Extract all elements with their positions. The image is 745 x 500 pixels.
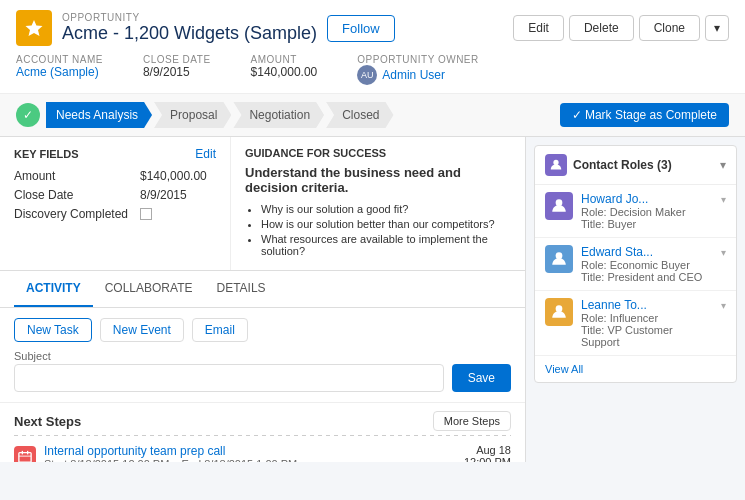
svg-rect-1 (19, 453, 31, 462)
contact-icon-1 (550, 197, 568, 215)
contact-dropdown-2[interactable]: ▾ (721, 247, 726, 258)
contact-roles-svg-icon (549, 158, 563, 172)
guidance-bullets: Why is our solution a good fit? How is o… (245, 203, 511, 257)
mark-stage-complete-button[interactable]: ✓ Mark Stage as Complete (560, 103, 729, 127)
kf-discovery-label: Discovery Completed (14, 207, 134, 221)
stage-collapse-button[interactable]: ✓ (16, 103, 40, 127)
email-button[interactable]: Email (192, 318, 248, 342)
new-event-button[interactable]: New Event (100, 318, 184, 342)
contact-avatar-1 (545, 192, 573, 220)
contact-name-3[interactable]: Leanne To... (581, 298, 713, 312)
more-actions-button[interactable]: ▾ (705, 15, 729, 41)
subject-input[interactable] (14, 364, 444, 392)
step-calendar-icon (14, 446, 36, 462)
tab-collaborate[interactable]: COLLABORATE (93, 271, 205, 307)
header-left: OPPORTUNITY Acme - 1,200 Widgets (Sample… (16, 10, 395, 46)
next-steps-header-row: Next Steps More Steps (14, 411, 511, 431)
contact-icon-3 (550, 303, 568, 321)
key-fields-title: KEY FIELDS (14, 148, 79, 160)
contact-item-3: Leanne To... Role: Influencer Title: VP … (535, 291, 736, 356)
kf-amount-label: Amount (14, 169, 134, 183)
guidance-title: GUIDANCE FOR SUCCESS (245, 147, 511, 159)
contact-name-1[interactable]: Howard Jo... (581, 192, 713, 206)
kf-amount-value: $140,000.00 (140, 169, 207, 183)
contact-info-2: Edward Sta... Role: Economic Buyer Title… (581, 245, 713, 283)
kf-discovery-row: Discovery Completed (14, 207, 216, 221)
owner-field: OPPORTUNITY OWNER AU Admin User (357, 54, 478, 85)
tabs-bar: ACTIVITY COLLABORATE DETAILS (0, 271, 525, 308)
key-fields-header: KEY FIELDS Edit (14, 147, 216, 161)
stage-negotiation[interactable]: Negotiation (233, 102, 324, 128)
svg-marker-0 (26, 20, 43, 36)
header-actions: Edit Delete Clone ▾ (513, 15, 729, 41)
contact-dropdown-3[interactable]: ▾ (721, 300, 726, 311)
account-name-value[interactable]: Acme (Sample) (16, 65, 103, 79)
step-time: 12:00 PM (456, 456, 511, 462)
collapse-icon: ✓ (23, 108, 33, 122)
clone-button[interactable]: Clone (639, 15, 700, 41)
subject-label: Subject (14, 350, 444, 362)
guidance-bullet-2: How is our solution better than our comp… (261, 218, 511, 230)
subject-field-row: Subject Save (14, 350, 511, 392)
follow-button[interactable]: Follow (327, 15, 395, 42)
contact-avatar-2 (545, 245, 573, 273)
contact-roles-count: (3) (657, 158, 672, 172)
subject-field-container: Subject (14, 350, 444, 392)
contact-avatar-3 (545, 298, 573, 326)
owner-value[interactable]: Admin User (382, 68, 445, 82)
more-steps-button[interactable]: More Steps (433, 411, 511, 431)
stage-proposal[interactable]: Proposal (154, 102, 231, 128)
step-title[interactable]: Internal opportunity team prep call (44, 444, 448, 458)
activity-action-buttons: New Task New Event Email (14, 318, 511, 342)
key-fields-edit-link[interactable]: Edit (195, 147, 216, 161)
owner-avatar: AU (357, 65, 377, 85)
contact-roles-icon (545, 154, 567, 176)
kf-closedate-row: Close Date 8/9/2015 (14, 188, 216, 202)
activity-panel: New Task New Event Email Subject Save (0, 308, 525, 403)
contact-name-2[interactable]: Edward Sta... (581, 245, 713, 259)
meta-fields-row: ACCOUNT NAME Acme (Sample) CLOSE DATE 8/… (0, 54, 745, 93)
close-date-value: 8/9/2015 (143, 65, 211, 79)
right-sidebar: Contact Roles (3) ▾ Howard Jo... Role: D… (525, 137, 745, 462)
stage-bar: ✓ Needs Analysis Proposal Negotiation Cl… (0, 93, 745, 136)
kf-discovery-checkbox[interactable] (140, 208, 152, 220)
star-icon (24, 18, 44, 38)
guidance-bullet-3: What resources are available to implemen… (261, 233, 511, 257)
kf-amount-row: Amount $140,000.00 (14, 169, 216, 183)
contact-title-1: Title: Buyer (581, 218, 713, 230)
account-name-label: ACCOUNT NAME (16, 54, 103, 65)
next-steps-title: Next Steps (14, 414, 81, 429)
kf-closedate-label: Close Date (14, 188, 134, 202)
kf-closedate-value: 8/9/2015 (140, 188, 187, 202)
contact-role-2: Role: Economic Buyer (581, 259, 713, 271)
next-steps-divider (14, 435, 511, 436)
stage-closed[interactable]: Closed (326, 102, 393, 128)
amount-value: $140,000.00 (251, 65, 318, 79)
owner-row: AU Admin User (357, 65, 478, 85)
contact-dropdown-1[interactable]: ▾ (721, 194, 726, 205)
contact-item-2: Edward Sta... Role: Economic Buyer Title… (535, 238, 736, 291)
amount-label: AMOUNT (251, 54, 318, 65)
step-end: End 8/18/2015 1:00 PM (182, 458, 298, 462)
new-task-button[interactable]: New Task (14, 318, 92, 342)
contact-title-2: Title: President and CEO (581, 271, 713, 283)
edit-button[interactable]: Edit (513, 15, 564, 41)
calendar-icon (18, 450, 32, 462)
contact-roles-dropdown-icon[interactable]: ▾ (720, 158, 726, 172)
contact-roles-header: Contact Roles (3) ▾ (535, 146, 736, 185)
step-meta: Start 8/18/2015 12:00 PM End 8/18/2015 1… (44, 458, 448, 462)
delete-button[interactable]: Delete (569, 15, 634, 41)
view-all-row: View All (535, 356, 736, 382)
tab-activity[interactable]: ACTIVITY (14, 271, 93, 307)
tab-details[interactable]: DETAILS (204, 271, 277, 307)
opportunity-icon (16, 10, 52, 46)
owner-label: OPPORTUNITY OWNER (357, 54, 478, 65)
stage-needs-analysis[interactable]: Needs Analysis (46, 102, 152, 128)
amount-field: AMOUNT $140,000.00 (251, 54, 318, 85)
header-top-row: OPPORTUNITY Acme - 1,200 Widgets (Sample… (0, 0, 745, 54)
view-all-link[interactable]: View All (545, 363, 583, 375)
account-name-field: ACCOUNT NAME Acme (Sample) (16, 54, 103, 85)
save-button[interactable]: Save (452, 364, 511, 392)
guidance-subtitle: Understand the business need and decisio… (245, 165, 511, 195)
contact-item-1: Howard Jo... Role: Decision Maker Title:… (535, 185, 736, 238)
